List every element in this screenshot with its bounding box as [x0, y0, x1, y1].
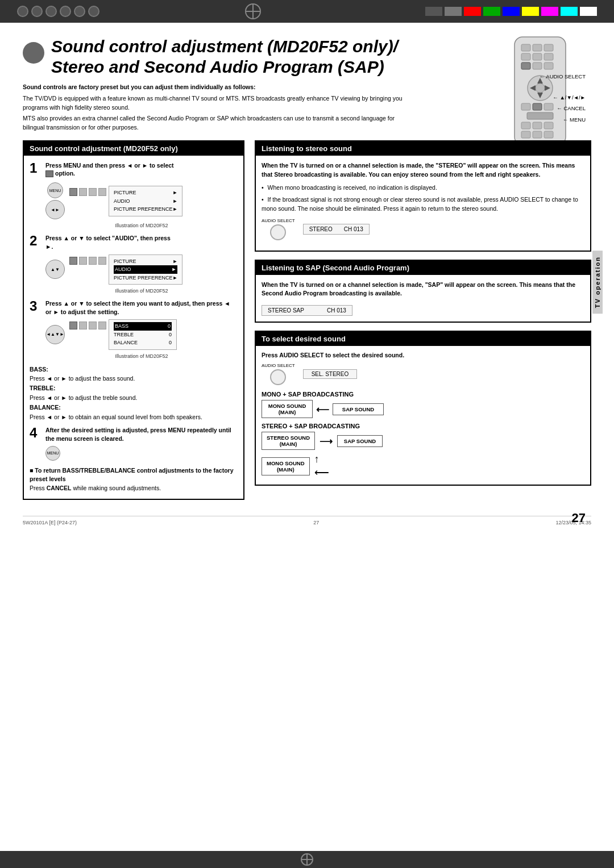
step-4-text: After the desired setting is adjusted, p… [45, 426, 238, 443]
left-column: Sound control adjustment (MD20F52 only) … [23, 140, 244, 508]
svg-rect-17 [533, 103, 542, 110]
treble-text: Press ◄ or ► to adjust the treble sound. [30, 394, 137, 401]
nav-button-step3: ◄▲▼► [45, 325, 65, 344]
step-2-text: Press ▲ or ▼ to select "AUDIO", then pre… [45, 234, 238, 251]
step-3-menu-area: BASS0 TREBLE0 BALANCE0 [69, 319, 177, 349]
title-line1: Sound control adjustment (MD20F52 only)/ [51, 36, 398, 57]
step-2-content: Press ▲ or ▼ to select "AUDIO", then pre… [45, 234, 238, 294]
audio-select-button[interactable] [270, 224, 286, 240]
color-swatch-white [580, 7, 597, 16]
sap-stereo-display: STEREO SAP [268, 307, 304, 314]
step-1-text: Press MENU and then press ◄ or ► to sele… [45, 161, 238, 180]
reg-circles-left [17, 6, 99, 17]
reg-circle-1 [17, 6, 28, 17]
step-2-caption: Illustration of MD20F52 [45, 288, 238, 294]
balance-text: Press ◄ or ► to obtain an equal sound le… [30, 414, 202, 420]
step-3-icon-1 [69, 322, 77, 329]
step-2-pref-row: PICTURE PREFERENCE► [114, 274, 177, 282]
color-strip-right [406, 7, 597, 16]
reg-circle-3 [45, 6, 57, 17]
bullet2-text: If the broadcast signal is not strong en… [262, 196, 578, 212]
mono-sap-arrow: ⟵ [316, 404, 329, 415]
stereo-display-box: STEREO CH 013 [303, 224, 370, 235]
title-line2: Stereo and Second Audio Program (SAP) [51, 57, 398, 77]
icon-4 [98, 188, 106, 196]
step-2-icon-1 [69, 257, 77, 265]
svg-rect-1 [521, 44, 530, 51]
audio-demo-stereo: AUDIO SELECT STEREO CH 013 [262, 218, 584, 240]
nav-button-step1: ◄► [45, 200, 65, 219]
svg-rect-9 [544, 62, 553, 69]
sap-sound-box: SAP SOUND [333, 403, 384, 415]
step-3-controls: ◄▲▼► [45, 325, 65, 344]
color-swatch-magenta [541, 7, 558, 16]
ch-display: CH 013 [344, 226, 363, 232]
reg-circle-6 [88, 6, 99, 17]
svg-rect-24 [533, 131, 542, 138]
page-number: 27 [572, 511, 586, 525]
stereo-sound-main-box: STEREO SOUND(MAIN) [262, 432, 315, 450]
color-swatch-blue [503, 7, 520, 16]
svg-rect-19 [527, 112, 553, 119]
color-swatch-cyan [561, 7, 578, 16]
step-3-balance-row: BALANCE0 [114, 339, 172, 347]
step-4-content: After the desired setting is adjusted, p… [45, 426, 238, 460]
svg-rect-23 [521, 131, 530, 138]
step-2-controls: ▲▼ [45, 260, 65, 279]
svg-rect-6 [544, 53, 553, 60]
menu-row-picture: PICTURE► [114, 189, 177, 197]
footer-note-text: Press CANCEL while making sound adjustme… [30, 484, 238, 493]
sel-audio-button[interactable] [270, 369, 286, 385]
step-3-nav-arrows: ◄▲▼► [46, 332, 64, 337]
step-2-icons [69, 257, 106, 265]
menu-button: MENU [47, 182, 63, 198]
stereo-display: STEREO [309, 226, 333, 232]
tv-operation-label: TV operation [592, 251, 603, 314]
step-2-nav-arrows: ▲▼ [51, 267, 60, 272]
footer-note: ■ To return BASS/TREBLE/BALANCE control … [30, 466, 238, 493]
menu-cancel-btn: MENU [45, 446, 60, 461]
stereo-sap-title: STEREO + SAP BROADCASTING [262, 423, 584, 429]
step-3-icon-4 [98, 322, 106, 329]
sound-control-header: Sound control adjustment (MD20F52 only) [24, 141, 243, 156]
nav-button-step2: ▲▼ [45, 260, 65, 279]
menu-icon-step1 [45, 170, 53, 177]
step-3-number: 3 [30, 299, 41, 313]
menu-row-audio: AUDIO► [114, 197, 177, 205]
bottom-register-bar [0, 851, 614, 868]
bass-desc: BASS: Press ◄ or ► to adjust the bass so… [30, 365, 238, 384]
svg-rect-21 [533, 122, 542, 129]
btb-section: BASS: Press ◄ or ► to adjust the bass so… [30, 365, 238, 422]
step-4-number: 4 [30, 426, 41, 440]
stereo-sap-diagram: STEREO SOUND(MAIN) ⟶ SAP SOUND MONO SOUN… [262, 432, 584, 479]
listening-stereo-text: When the TV is turned on or a channel se… [262, 161, 584, 180]
mono-sap-diagram: MONO SOUND(MAIN) ⟵ SAP SOUND [262, 400, 584, 418]
bass-text: Press ◄ or ► to adjust the bass sound. [30, 375, 135, 382]
svg-rect-4 [521, 53, 530, 60]
menu-row-picture-pref: PICTURE PREFERENCE► [114, 205, 177, 213]
icon-1 [69, 188, 77, 196]
stereo-sap-top-row: STEREO SOUND(MAIN) ⟶ SAP SOUND [262, 432, 383, 450]
svg-rect-16 [521, 103, 530, 110]
title-section: Sound control adjustment (MD20F52 only)/… [23, 36, 455, 77]
step-1-content: Press MENU and then press ◄ or ► to sele… [45, 161, 238, 229]
sap-ch-display: CH 013 [327, 307, 346, 314]
main-title-text: Sound control adjustment (MD20F52 only)/… [51, 36, 398, 77]
step-3-text: Press ▲ or ▼ to select the item you want… [45, 299, 238, 316]
mono-sound-main-box: MONO SOUND(MAIN) [262, 400, 313, 418]
stereo-sap-arrow-right: ⟶ [320, 436, 333, 446]
bullet2-dot: • [262, 196, 264, 203]
step-3-caption: Illustration of MD20F52 [45, 353, 238, 359]
stereo-bullet2: • If the broadcast signal is not strong … [262, 195, 584, 214]
stereo-sap-sound-box: SAP SOUND [337, 435, 383, 447]
svg-rect-22 [544, 122, 553, 129]
step-2-audio-row: AUDIO► [114, 265, 177, 273]
sound-control-section: Sound control adjustment (MD20F52 only) … [23, 140, 244, 500]
mono-sap-section: MONO + SAP BROADCASTING MONO SOUND(MAIN)… [262, 391, 584, 418]
listening-stereo-body: When the TV is turned on or a channel se… [256, 156, 590, 251]
color-swatch-red [464, 7, 481, 16]
step-2-menu-screen: PICTURE► AUDIO► PICTURE PREFERENCE► [109, 254, 182, 285]
left-arrow: ⟵ [314, 466, 329, 479]
sap-text: When the TV is turned on or a channel se… [262, 281, 584, 299]
title-icon [23, 42, 44, 64]
